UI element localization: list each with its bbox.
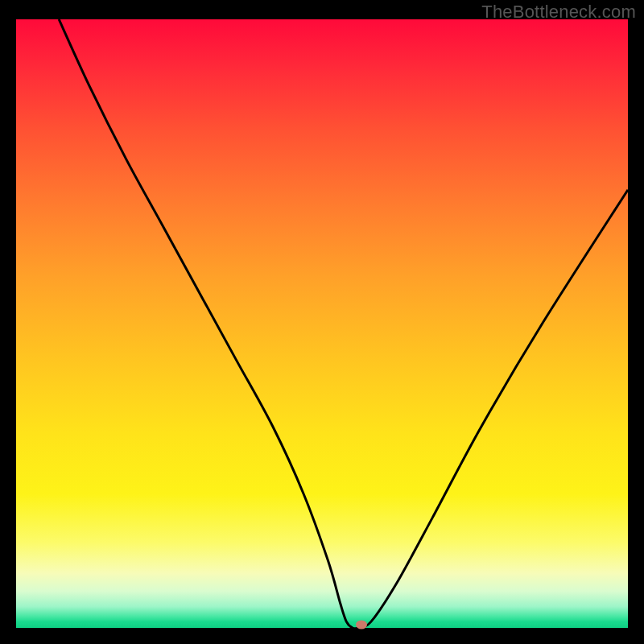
optimum-marker [356, 621, 367, 630]
chart-frame: TheBottleneck.com [0, 0, 644, 644]
watermark-text: TheBottleneck.com [481, 2, 636, 23]
plot-inner [16, 19, 628, 628]
bottleneck-curve-path [59, 19, 628, 628]
plot-area [16, 19, 628, 628]
curve-layer [16, 19, 628, 628]
